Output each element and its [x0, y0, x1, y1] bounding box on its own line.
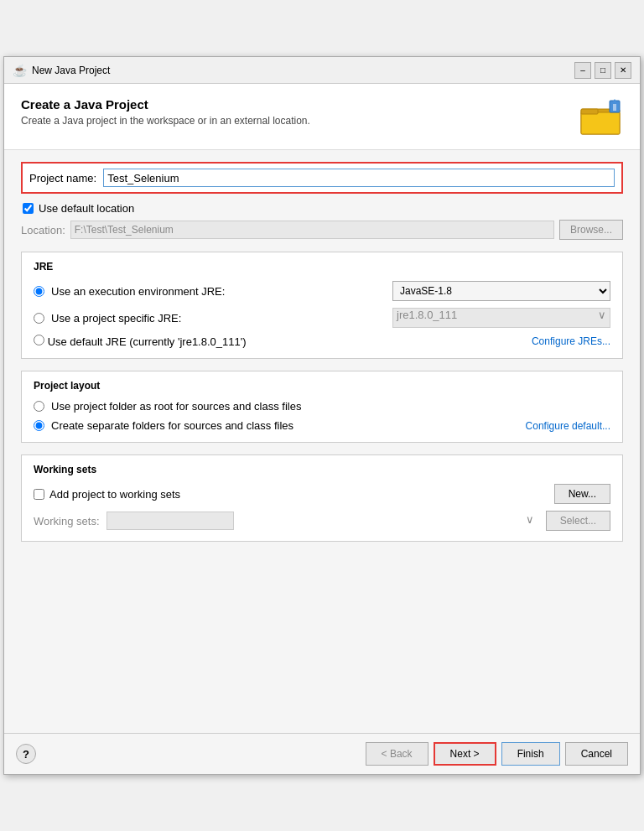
svg-rect-1: [581, 112, 620, 134]
working-sets-input: [106, 512, 234, 530]
use-default-location-label[interactable]: Use default location: [39, 202, 134, 215]
jre-section-title: JRE: [34, 261, 610, 273]
jre-option2-label[interactable]: Use a project specific JRE:: [34, 312, 181, 325]
svg-rect-2: [581, 109, 598, 114]
working-sets-label: Working sets:: [34, 515, 100, 527]
configure-jres-link[interactable]: Configure JREs...: [532, 335, 610, 347]
cancel-button[interactable]: Cancel: [565, 742, 628, 766]
location-input[interactable]: [70, 221, 554, 239]
jre-option2-row: Use a project specific JRE: jre1.8.0_111…: [34, 308, 610, 328]
new-working-set-button[interactable]: New...: [554, 484, 610, 504]
jre-option3-radio[interactable]: [34, 335, 44, 345]
footer-buttons: < Back Next > Finish Cancel: [366, 742, 628, 766]
project-layout-section: Project layout Use project folder as roo…: [21, 371, 623, 443]
working-sets-title: Working sets: [34, 464, 610, 475]
layout-option1-row: Use project folder as root for sources a…: [34, 400, 610, 413]
use-default-location-checkbox[interactable]: [23, 203, 34, 214]
project-layout-title: Project layout: [34, 380, 610, 392]
title-bar-left: ☕ New Java Project: [13, 64, 110, 77]
jre-option3-row: Use default JRE (currently 'jre1.8.0_111…: [34, 335, 610, 348]
dialog-window: ☕ New Java Project – □ ✕ Create a Java P…: [3, 56, 641, 775]
title-bar-controls: – □ ✕: [574, 62, 631, 79]
location-row: Location: Browse...: [21, 220, 623, 240]
jre-option2-radio[interactable]: [34, 313, 44, 324]
back-button[interactable]: < Back: [366, 742, 428, 766]
footer-left: ?: [16, 744, 36, 764]
jre-option1-label[interactable]: Use an execution environment JRE:: [34, 285, 225, 298]
finish-button[interactable]: Finish: [501, 742, 560, 766]
working-sets-left: Add project to working sets: [34, 488, 180, 501]
maximize-button[interactable]: □: [595, 62, 611, 79]
minimize-button[interactable]: –: [574, 62, 591, 79]
add-to-working-sets-checkbox[interactable]: [34, 489, 44, 500]
layout-option2-radio[interactable]: [34, 420, 44, 431]
jre-option3-label[interactable]: Use default JRE (currently 'jre1.8.0_111…: [34, 335, 247, 348]
dialog-body: Project name: Use default location Locat…: [4, 150, 640, 733]
body-spacer: [21, 553, 623, 721]
header-text: Create a Java Project Create a Java proj…: [21, 97, 310, 127]
next-button[interactable]: Next >: [434, 742, 496, 766]
layout-option2-label[interactable]: Create separate folders for sources and …: [34, 419, 293, 432]
jre-option1-row: Use an execution environment JRE: JavaSE…: [34, 281, 610, 301]
working-sets-checkbox-row: Add project to working sets New...: [34, 484, 610, 504]
select-working-set-button[interactable]: Select...: [546, 511, 610, 531]
project-name-label: Project name:: [29, 172, 96, 184]
title-bar: ☕ New Java Project – □ ✕: [4, 57, 640, 84]
layout-option2-row: Create separate folders for sources and …: [34, 419, 610, 432]
title-bar-title: New Java Project: [32, 65, 110, 76]
jre-specific-select: jre1.8.0_111 ∨: [392, 308, 610, 328]
layout-option1-radio[interactable]: [34, 401, 44, 412]
location-label: Location:: [21, 224, 65, 236]
layout-option1-label[interactable]: Use project folder as root for sources a…: [51, 400, 301, 413]
jre-option1-radio[interactable]: [34, 286, 44, 297]
svg-rect-4: [613, 104, 616, 111]
dialog-title: Create a Java Project: [21, 97, 310, 112]
configure-default-link[interactable]: Configure default...: [526, 420, 610, 432]
working-sets-input-container: ∨: [106, 512, 539, 530]
jre-section: JRE Use an execution environment JRE: Ja…: [21, 252, 623, 359]
dialog-footer: ? < Back Next > Finish Cancel: [4, 733, 640, 774]
folder-icon: [579, 97, 623, 138]
working-sets-section: Working sets Add project to working sets…: [21, 454, 623, 542]
close-button[interactable]: ✕: [615, 62, 631, 79]
project-name-input[interactable]: [103, 169, 615, 187]
project-name-section: Project name:: [21, 162, 623, 194]
browse-button[interactable]: Browse...: [559, 220, 623, 240]
jre-environment-select[interactable]: JavaSE-1.8 JavaSE-11 JavaSE-17: [392, 281, 610, 301]
add-to-working-sets-label[interactable]: Add project to working sets: [49, 488, 180, 501]
app-icon: ☕: [13, 64, 27, 77]
dialog-subtitle: Create a Java project in the workspace o…: [21, 115, 310, 127]
dialog-header: Create a Java Project Create a Java proj…: [4, 84, 640, 150]
help-button[interactable]: ?: [16, 744, 36, 764]
use-default-location-row: Use default location: [23, 202, 623, 215]
working-sets-input-row: Working sets: ∨ Select...: [34, 511, 610, 531]
